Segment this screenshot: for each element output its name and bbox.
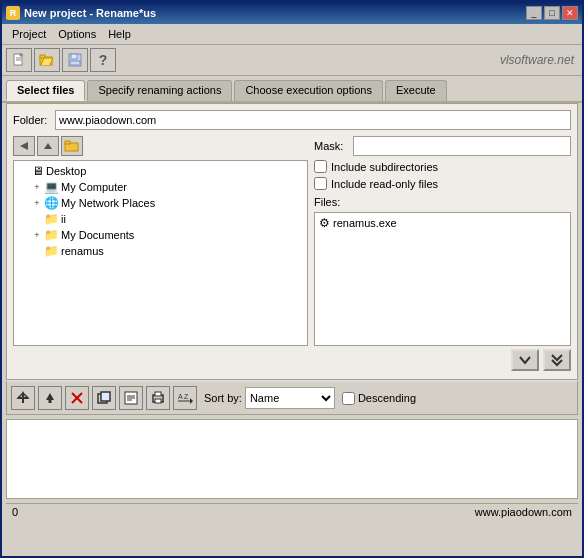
file-count: 0 [12, 506, 18, 518]
title-controls: _ □ ✕ [526, 6, 578, 20]
status-bar: 0 www.piaodown.com [6, 503, 578, 520]
tree-label-desktop: Desktop [46, 165, 86, 177]
readonly-label[interactable]: Include read-only files [331, 178, 438, 190]
copy-button[interactable] [92, 386, 116, 410]
left-panel: 🖥 Desktop + 💻 My Computer + 🌐 [13, 136, 308, 346]
tab-select-files[interactable]: Select files [6, 80, 85, 101]
folder-nav-icon [64, 140, 80, 152]
edit-button[interactable] [119, 386, 143, 410]
tab-execution-options[interactable]: Choose execution options [234, 80, 383, 101]
svg-marker-31 [190, 398, 193, 404]
descending-row: Descending [342, 392, 416, 405]
app-icon: R [6, 6, 20, 20]
main-window: R New project - Rename*us _ □ ✕ Project … [0, 0, 584, 558]
checkbox-subdirectories: Include subdirectories [314, 160, 571, 173]
subdirectories-checkbox[interactable] [314, 160, 327, 173]
expand-icon-mydocs: + [30, 230, 44, 240]
title-bar: R New project - Rename*us _ □ ✕ [2, 2, 582, 24]
sort-button[interactable]: A Z [173, 386, 197, 410]
tree-label-ii: ii [61, 213, 66, 225]
tree-item-desktop[interactable]: 🖥 Desktop [16, 163, 305, 179]
svg-text:A: A [178, 393, 183, 400]
svg-rect-11 [65, 141, 70, 144]
save-button[interactable] [62, 48, 88, 72]
tree-label-mycomputer: My Computer [61, 181, 127, 193]
exe-icon: ⚙ [319, 216, 330, 230]
tree-item-mycomputer[interactable]: + 💻 My Computer [16, 179, 305, 195]
delete-button[interactable] [65, 386, 89, 410]
status-url: www.piaodown.com [475, 506, 572, 518]
file-area: 🖥 Desktop + 💻 My Computer + 🌐 [13, 136, 571, 346]
scroll-down-more-button[interactable] [543, 349, 571, 371]
sort-icon: A Z [177, 391, 193, 405]
desktop-icon: 🖥 [32, 164, 44, 178]
svg-rect-20 [101, 392, 110, 401]
brand-label: vlsoftware.net [500, 53, 574, 67]
nav-toolbar [13, 136, 308, 156]
new-button[interactable] [6, 48, 32, 72]
new-icon [12, 53, 26, 67]
save-icon [68, 53, 82, 67]
folder-input[interactable] [55, 110, 571, 130]
svg-rect-16 [49, 400, 52, 403]
bottom-arrows [13, 346, 571, 373]
move-up-button[interactable] [38, 386, 62, 410]
tree-view[interactable]: 🖥 Desktop + 💻 My Computer + 🌐 [13, 160, 308, 346]
up-button[interactable] [37, 136, 59, 156]
maximize-button[interactable]: □ [544, 6, 560, 20]
up-icon [42, 140, 54, 152]
help-icon: ? [99, 52, 108, 68]
svg-marker-15 [46, 393, 54, 400]
folder-nav-button[interactable] [61, 136, 83, 156]
menu-project[interactable]: Project [6, 26, 52, 42]
tree-item-renamus[interactable]: 📁 renamus [16, 243, 305, 259]
open-icon [39, 53, 55, 67]
edit-icon [124, 391, 138, 405]
minimize-button[interactable]: _ [526, 6, 542, 20]
svg-marker-8 [20, 142, 28, 150]
menu-help[interactable]: Help [102, 26, 137, 42]
subdirectories-label[interactable]: Include subdirectories [331, 161, 438, 173]
tree-label-renamus: renamus [61, 245, 104, 257]
main-panel: Folder: [6, 103, 578, 380]
descending-checkbox[interactable] [342, 392, 355, 405]
add-button[interactable] [11, 386, 35, 410]
readonly-checkbox[interactable] [314, 177, 327, 190]
sort-label: Sort by: [204, 392, 242, 404]
svg-rect-26 [155, 392, 161, 396]
right-panel: Mask: Include subdirectories Include rea… [314, 136, 571, 346]
mask-input[interactable] [353, 136, 571, 156]
files-list[interactable]: ⚙ renamus.exe [314, 212, 571, 346]
file-item-renamus[interactable]: ⚙ renamus.exe [317, 215, 568, 231]
back-button[interactable] [13, 136, 35, 156]
folder-icon-renamus: 📁 [44, 244, 59, 258]
tab-renaming-actions[interactable]: Specify renaming actions [87, 80, 232, 101]
close-button[interactable]: ✕ [562, 6, 578, 20]
tree-item-mydocs[interactable]: + 📁 My Documents [16, 227, 305, 243]
sort-select[interactable]: Name Size Date [245, 387, 335, 409]
tree-item-network[interactable]: + 🌐 My Network Places [16, 195, 305, 211]
computer-icon: 💻 [44, 180, 59, 194]
tabs-bar: Select files Specify renaming actions Ch… [2, 76, 582, 103]
back-icon [18, 140, 30, 152]
copy-icon [97, 391, 111, 405]
tab-execute[interactable]: Execute [385, 80, 447, 101]
network-icon: 🌐 [44, 196, 59, 210]
open-button[interactable] [34, 48, 60, 72]
descending-label[interactable]: Descending [358, 392, 416, 404]
menu-options[interactable]: Options [52, 26, 102, 42]
svg-rect-7 [70, 61, 80, 65]
tree-item-ii[interactable]: 📁 ii [16, 211, 305, 227]
help-button[interactable]: ? [90, 48, 116, 72]
checkbox-readonly: Include read-only files [314, 177, 571, 190]
print-icon [151, 391, 165, 405]
print-button[interactable] [146, 386, 170, 410]
folder-row: Folder: [13, 110, 571, 130]
tree-label-mydocs: My Documents [61, 229, 134, 241]
svg-marker-9 [44, 143, 52, 149]
svg-rect-27 [155, 399, 161, 403]
expand-icon-mycomputer: + [30, 182, 44, 192]
scroll-down-button[interactable] [511, 349, 539, 371]
window-title: New project - Rename*us [24, 7, 156, 19]
files-label: Files: [314, 196, 571, 208]
